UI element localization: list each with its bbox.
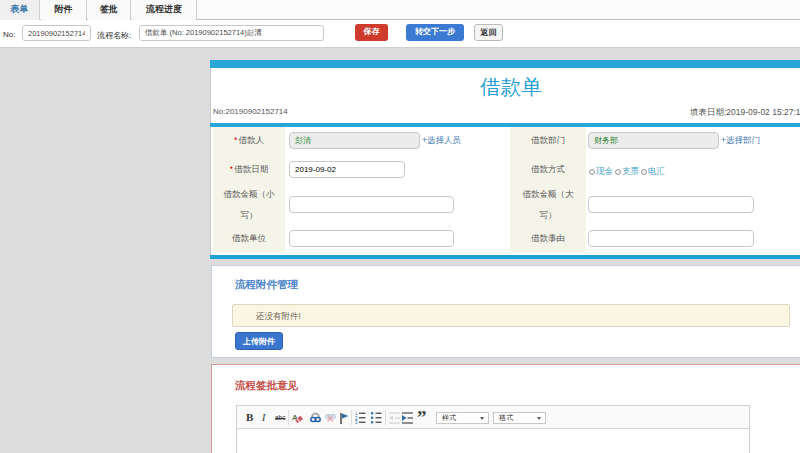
svg-text:3: 3 [355, 420, 358, 424]
